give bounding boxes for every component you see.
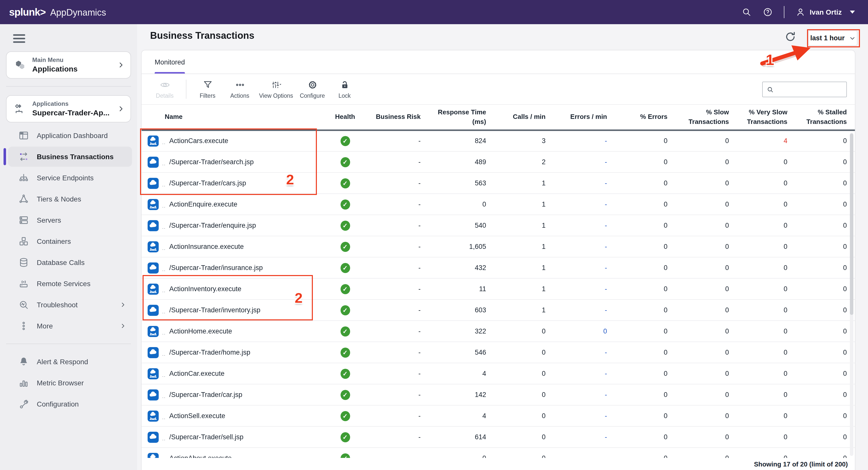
errors-per-min-link[interactable]: - (546, 455, 607, 458)
bt-name-link[interactable]: /Supercar-Trader/cars.jsp (169, 179, 246, 187)
calls-per-min-cell: 0 (486, 349, 546, 356)
errors-per-min-link[interactable]: - (546, 222, 607, 229)
table-search (762, 82, 847, 97)
refresh-icon[interactable] (784, 31, 797, 43)
sidebar-item-servers[interactable]: Servers (8, 210, 132, 230)
column-header-3[interactable]: Response Time (ms) (421, 107, 486, 126)
table-row[interactable]: ..ActionAbout.execute✓-00-0000 (142, 448, 855, 458)
table-row[interactable]: ../Supercar-Trader/enquire.jsp✓-5401-000… (142, 215, 855, 236)
configure-button[interactable]: Configure (296, 80, 329, 99)
table-row[interactable]: ..ActionHome.execute✓-322000000 (142, 321, 855, 342)
actions-button[interactable]: Actions (224, 80, 256, 99)
column-header-2[interactable]: Business Risk (360, 112, 421, 122)
sidebar-item-configuration[interactable]: Configuration (8, 394, 132, 414)
application-card-value: Supercar-Trader-Ap... (32, 108, 112, 117)
bt-name-link[interactable]: ActionCar.execute (169, 370, 224, 377)
sidebar-item-database-calls[interactable]: Database Calls (8, 252, 132, 272)
search-icon[interactable] (742, 7, 752, 17)
help-icon[interactable] (763, 7, 773, 17)
table-row[interactable]: ../Supercar-Trader/cars.jsp✓-5631-0000 (142, 173, 855, 194)
search-input[interactable] (777, 85, 846, 93)
column-header-8[interactable]: % Very Slow Transactions (729, 107, 787, 126)
bt-name-link[interactable]: ActionInventory.execute (169, 285, 241, 293)
health-cell: ✓ (330, 305, 360, 315)
table-row[interactable]: ../Supercar-Trader/inventory.jsp✓-6031-0… (142, 300, 855, 321)
filters-button[interactable]: Filters (191, 80, 224, 99)
hamburger-menu-icon[interactable] (13, 34, 25, 42)
table-row[interactable]: ..ActionInsurance.execute✓-1,6051-0000 (142, 236, 855, 257)
sidebar-item-application-dashboard[interactable]: Application Dashboard (8, 125, 132, 145)
bt-name-link[interactable]: /Supercar-Trader/inventory.jsp (169, 306, 260, 314)
errors-per-min-link[interactable]: - (546, 137, 607, 145)
table-row[interactable]: ../Supercar-Trader/car.jsp✓-1420-0000 (142, 384, 855, 406)
scrollbar-thumb[interactable] (850, 133, 854, 315)
column-header-6[interactable]: % Errors (607, 112, 668, 122)
column-header-4[interactable]: Calls / min (486, 112, 546, 122)
errors-per-min-link[interactable]: - (546, 200, 607, 208)
column-header-0[interactable]: Name (142, 112, 330, 122)
table-row[interactable]: ..ActionSell.execute✓-40-0000 (142, 406, 855, 427)
errors-per-min-link[interactable]: - (546, 179, 607, 187)
table-row[interactable]: ../Supercar-Trader/sell.jsp✓-6140-0000 (142, 427, 855, 448)
table-row[interactable]: ../Supercar-Trader/home.jsp✓-5460-0000 (142, 342, 855, 363)
table-row[interactable]: ..ActionEnquire.execute✓-01-0000 (142, 194, 855, 215)
details-button[interactable]: Details (149, 80, 181, 99)
bt-name-link[interactable]: /Supercar-Trader/car.jsp (169, 391, 242, 399)
table-row[interactable]: ../Supercar-Trader/insurance.jsp✓-4321-0… (142, 257, 855, 279)
view-options-button[interactable]: View Options (256, 80, 296, 99)
main-menu-card[interactable]: Main Menu Applications (6, 51, 131, 78)
table-row[interactable]: ..ActionCars.execute✓-8243-0040 (142, 130, 855, 152)
bt-name-link[interactable]: /Supercar-Trader/sell.jsp (169, 433, 244, 441)
sidebar-item-service-endpoints[interactable]: Service Endpoints (8, 167, 132, 188)
sidebar-item-troubleshoot[interactable]: Troubleshoot (8, 294, 132, 315)
table-row[interactable]: ../Supercar-Trader/search.jsp✓-4892-0000 (142, 152, 855, 173)
errors-per-min-link[interactable]: - (546, 264, 607, 272)
bt-name-link[interactable]: ActionSell.execute (169, 412, 225, 419)
sidebar-item-tiers-nodes[interactable]: Tiers & Nodes (8, 189, 132, 209)
dashboard-icon (18, 130, 29, 141)
errors-per-min-link[interactable]: - (546, 412, 607, 419)
errors-per-min-link[interactable]: - (546, 349, 607, 356)
time-range-dropdown[interactable]: last 1 hour (808, 30, 858, 46)
servlet-cloud-icon (148, 326, 159, 337)
sidebar-item-metric-browser[interactable]: Metric Browser (8, 373, 132, 393)
errors-per-min-link[interactable]: - (546, 433, 607, 441)
sidebar-nav-bottom: Alert & RespondMetric BrowserConfigurati… (0, 351, 137, 414)
bt-name-link[interactable]: /Supercar-Trader/insurance.jsp (169, 264, 263, 272)
sidebar-item-label: Alert & Respond (37, 357, 88, 366)
errors-per-min-link[interactable]: - (546, 285, 607, 293)
errors-per-min-link[interactable]: - (546, 391, 607, 399)
bt-name-link[interactable]: ActionAbout.execute (169, 455, 232, 458)
bt-name-link[interactable]: ActionHome.execute (169, 327, 232, 335)
column-header-1[interactable]: Health (330, 112, 360, 122)
bt-name-link[interactable]: /Supercar-Trader/home.jsp (169, 349, 250, 356)
errors-per-min-link[interactable]: - (546, 158, 607, 166)
bt-name-link[interactable]: /Supercar-Trader/enquire.jsp (169, 222, 256, 229)
column-header-5[interactable]: Errors / min (546, 112, 607, 122)
sidebar-item-more[interactable]: More (8, 316, 132, 336)
column-header-7[interactable]: % Slow Transactions (668, 107, 729, 126)
table-row[interactable]: ..ActionInventory.execute✓-111-0000 (142, 279, 855, 300)
errors-per-min-link[interactable]: - (546, 370, 607, 377)
table-row[interactable]: ..ActionCar.execute✓-40-0000 (142, 363, 855, 384)
bt-name-link[interactable]: /Supercar-Trader/search.jsp (169, 158, 254, 166)
database-icon (18, 257, 29, 268)
errors-per-min-link[interactable]: - (546, 306, 607, 314)
pct-slow-cell: 0 (668, 179, 729, 187)
brand-logo: splunk> AppDynamics (9, 6, 106, 18)
calls-per-min-cell: 1 (486, 200, 546, 208)
sidebar-item-containers[interactable]: Containers (8, 231, 132, 251)
sidebar-item-remote-services[interactable]: Remote Services (8, 273, 132, 293)
sidebar-item-business-transactions[interactable]: Business Transactions (8, 146, 132, 166)
lock-button[interactable]: Lock (329, 80, 361, 99)
user-menu[interactable]: Ivan Ortiz (796, 7, 855, 17)
application-card[interactable]: Applications Supercar-Trader-Ap... (6, 95, 131, 122)
column-header-9[interactable]: % Stalled Transactions (787, 107, 847, 126)
errors-per-min-link[interactable]: 0 (546, 327, 607, 335)
bt-name-link[interactable]: ActionCars.execute (169, 137, 228, 145)
sidebar-item-alert-respond[interactable]: Alert & Respond (8, 351, 132, 372)
tab-monitored[interactable]: Monitored (155, 51, 185, 73)
bt-name-link[interactable]: ActionEnquire.execute (169, 200, 237, 208)
bt-name-link[interactable]: ActionInsurance.execute (169, 243, 244, 250)
errors-per-min-link[interactable]: - (546, 243, 607, 250)
